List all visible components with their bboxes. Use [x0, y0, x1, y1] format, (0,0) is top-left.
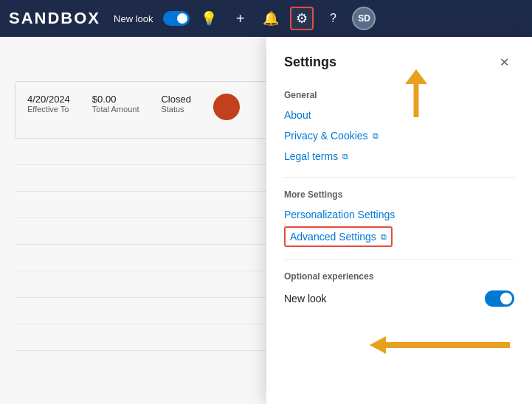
divider — [284, 259, 514, 260]
optional-newlook-label: New look — [284, 293, 327, 304]
main-content: 4/20/2024 Effective To $0.00 Total Amoun… — [0, 37, 532, 404]
privacy-link[interactable]: Privacy & Cookies ⧉ — [284, 127, 514, 144]
optional-section-label: Optional experiences — [284, 271, 514, 282]
settings-close-button[interactable]: ✕ — [494, 52, 514, 72]
date-value: 4/20/2024 — [27, 94, 70, 105]
date-label: Effective To — [27, 105, 70, 114]
about-link[interactable]: About — [284, 106, 514, 124]
status-field: Closed Status — [161, 94, 190, 120]
app-logo: SANDBOX — [9, 9, 100, 28]
more-settings-label: More Settings — [284, 189, 514, 200]
help-icon[interactable]: ? — [321, 7, 345, 30]
personalization-link[interactable]: Personalization Settings — [284, 206, 514, 223]
advanced-link-text: Advanced Settings — [290, 231, 376, 243]
bell-icon[interactable]: 🔔 — [259, 7, 283, 30]
external-link-icon: ⧉ — [342, 152, 348, 161]
topbar: SANDBOX New look 💡 + 🔔 ⚙ ? SD — [0, 0, 532, 37]
add-icon[interactable]: + — [228, 7, 252, 30]
settings-panel: Settings ✕ General About Privacy & Cooki… — [266, 37, 532, 404]
status-value: Closed — [161, 94, 190, 105]
legal-link-text: Legal terms — [284, 150, 338, 162]
external-link-icon: ⧉ — [381, 232, 387, 242]
legal-link[interactable]: Legal terms ⧉ — [284, 147, 514, 165]
privacy-link-text: Privacy & Cookies — [284, 130, 368, 142]
amount-value: $0.00 — [92, 94, 139, 105]
amount-field: $0.00 Total Amount — [92, 94, 139, 120]
newlook-toggle[interactable] — [163, 11, 190, 26]
general-section-label: General — [284, 90, 514, 100]
user-avatar[interactable]: SD — [352, 7, 376, 30]
record-avatar — [213, 94, 240, 120]
newlook-optional-toggle[interactable] — [485, 290, 514, 307]
settings-title: Settings — [284, 55, 336, 70]
date-field: 4/20/2024 Effective To — [27, 94, 70, 120]
amount-label: Total Amount — [92, 105, 139, 114]
about-link-text: About — [284, 109, 311, 121]
gear-icon[interactable]: ⚙ — [290, 7, 314, 30]
personalization-link-text: Personalization Settings — [284, 209, 395, 220]
status-label: Status — [161, 105, 190, 114]
lightbulb-icon[interactable]: 💡 — [197, 7, 221, 30]
external-link-icon: ⧉ — [373, 131, 379, 141]
newlook-label: New look — [114, 13, 153, 24]
settings-header: Settings ✕ — [284, 52, 514, 72]
divider — [284, 177, 514, 178]
optional-newlook-row: New look — [284, 288, 514, 310]
advanced-settings-link[interactable]: Advanced Settings ⧉ — [284, 226, 393, 247]
